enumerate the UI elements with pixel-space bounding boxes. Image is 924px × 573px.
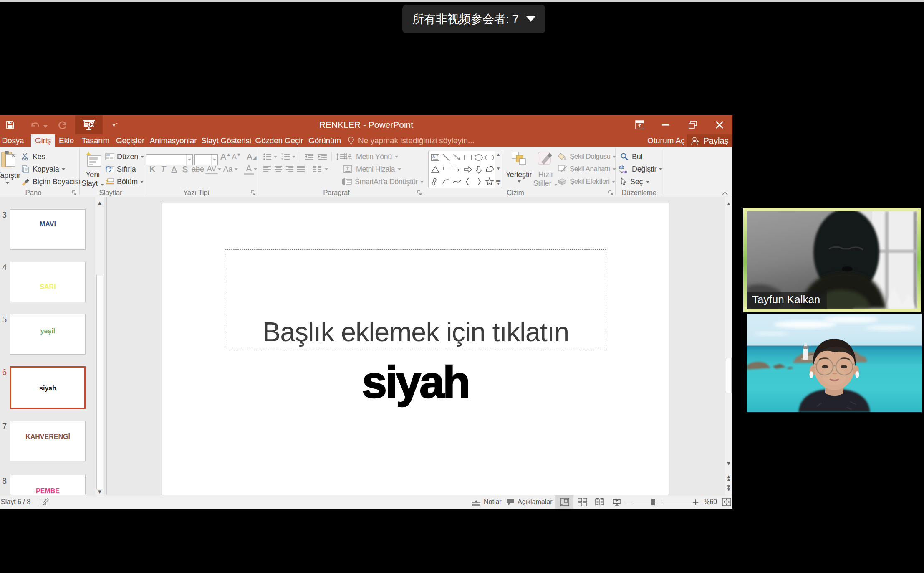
video-tile[interactable] <box>747 314 922 412</box>
shape-cloud-icon[interactable] <box>484 164 495 175</box>
shape-down-arrow-icon[interactable] <box>473 164 484 175</box>
clear-formatting-icon[interactable]: A◢ <box>247 152 256 162</box>
reset-button[interactable]: Sıfırla <box>105 164 136 175</box>
slide-thumbnail-8[interactable]: PEMBE <box>10 475 86 495</box>
shape-elbow-icon[interactable] <box>441 164 452 175</box>
tab-file[interactable]: Dosya <box>0 134 28 147</box>
shapes-more-icon[interactable]: ▬▼ <box>495 179 502 185</box>
tab-review[interactable]: Gözden Geçir <box>251 134 308 147</box>
tab-insert[interactable]: Ekle <box>55 134 78 147</box>
slide-thumbnail-7[interactable]: KAHVERENGİ <box>10 421 86 461</box>
restore-button[interactable] <box>680 115 706 134</box>
slide-thumbnail-3[interactable]: MAVİ <box>10 209 86 250</box>
slide-thumbnail-5[interactable]: yeşil <box>10 314 86 355</box>
change-case-button[interactable]: Aa <box>221 165 235 174</box>
scrollbar-thumb[interactable] <box>726 358 732 393</box>
columns-icon[interactable] <box>313 165 322 173</box>
char-spacing-button[interactable]: AV <box>205 165 218 174</box>
slide-canvas[interactable]: Başlık eklemek için tıklatın siyah <box>162 203 669 495</box>
tab-animations[interactable]: Animasyonlar <box>146 134 201 147</box>
shape-line-icon[interactable] <box>441 152 452 163</box>
qat-customize-caret[interactable]: ▼̄ <box>110 122 118 128</box>
minimize-button[interactable] <box>653 115 679 134</box>
video-tile-active-speaker[interactable]: Tayfun Kalkan <box>743 208 921 312</box>
copy-button[interactable]: Kopyala <box>21 164 65 175</box>
font-color-button[interactable]: A <box>244 164 254 175</box>
zoom-level[interactable]: %69 <box>704 495 717 509</box>
shapes-gallery-scrollbar[interactable]: ▲ ▼ ▬▼ <box>495 151 502 188</box>
select-button[interactable]: Seç <box>620 176 649 187</box>
layout-button[interactable]: Düzen <box>105 151 144 162</box>
scroll-up-icon[interactable]: ▲ <box>95 200 104 206</box>
slide-thumbnail-4[interactable]: SARI <box>10 262 86 302</box>
view-slideshow-button[interactable] <box>612 495 621 509</box>
undo-icon[interactable] <box>30 120 40 129</box>
view-normal-button[interactable] <box>555 495 573 509</box>
shapes-gallery[interactable]: A <box>428 151 502 188</box>
shape-right-arrow-icon[interactable] <box>462 164 473 175</box>
tab-transitions[interactable]: Geçişler <box>112 134 149 147</box>
sign-in-button[interactable]: Oturum Aç <box>647 134 685 147</box>
quick-styles-button[interactable]: Hızlı Stiller <box>533 150 558 188</box>
paste-button[interactable]: Yapıştır <box>0 150 19 188</box>
scrollbar-thumb[interactable] <box>96 275 103 489</box>
scroll-up-icon[interactable]: ▲ <box>725 200 732 207</box>
title-placeholder[interactable]: Başlık eklemek için tıklatın <box>225 249 606 350</box>
slide-word[interactable]: siyah <box>162 356 669 408</box>
slide-thumbnail-6-selected[interactable]: siyah <box>10 366 86 409</box>
previous-slide-button[interactable]: ▲▲ <box>725 475 732 481</box>
notes-toggle[interactable]: Notlar <box>472 495 502 509</box>
smartart-button[interactable]: SmartArt'a Dönüştür <box>341 176 424 187</box>
zoom-slider-thumb[interactable] <box>651 499 655 505</box>
tab-slideshow[interactable]: Slayt Gösterisi <box>197 134 255 147</box>
underline-button[interactable]: A <box>169 165 179 174</box>
shape-left-brace-icon[interactable] <box>462 176 473 188</box>
font-dialog-launcher[interactable] <box>250 190 256 195</box>
fit-to-window-button[interactable] <box>722 495 731 509</box>
undo-dropdown-caret[interactable] <box>43 125 48 128</box>
justify-icon[interactable] <box>297 165 305 173</box>
shapes-scroll-down-icon[interactable]: ▼ <box>495 166 502 171</box>
find-button[interactable]: Bul <box>620 151 642 162</box>
increase-font-icon[interactable]: A▲ <box>220 152 231 162</box>
shape-right-brace-icon[interactable] <box>473 176 484 188</box>
tab-home[interactable]: Giriş <box>31 134 55 147</box>
shape-effects-button[interactable]: Şekil Efektleri <box>557 176 615 187</box>
replace-button[interactable]: abac Değiştir <box>619 164 662 175</box>
comments-toggle[interactable]: Açıklamalar <box>506 495 553 509</box>
bold-button[interactable]: K <box>147 165 158 174</box>
strikethrough-button[interactable]: abe <box>190 165 205 174</box>
zoom-in-button[interactable]: + <box>692 495 699 509</box>
start-slideshow-button[interactable] <box>75 115 103 134</box>
shape-rounded-rectangle-icon[interactable] <box>484 152 495 163</box>
shape-triangle-icon[interactable] <box>430 164 441 175</box>
clipboard-dialog-launcher[interactable] <box>71 190 77 195</box>
shape-rectangle-icon[interactable] <box>462 152 473 163</box>
text-shadow-button[interactable]: S <box>179 165 190 174</box>
tab-design[interactable]: Tasarım <box>78 134 114 147</box>
scroll-down-icon[interactable]: ▼ <box>95 489 104 495</box>
scroll-down-icon[interactable]: ▼ <box>725 460 732 467</box>
shape-star-icon[interactable] <box>484 176 495 188</box>
align-center-icon[interactable] <box>274 165 283 173</box>
cut-button[interactable]: Kes <box>21 151 45 162</box>
save-icon[interactable] <box>6 121 14 129</box>
italic-button[interactable]: T <box>158 165 169 174</box>
section-button[interactable]: Bölüm <box>105 176 144 187</box>
share-button[interactable]: Paylaş <box>687 134 732 147</box>
new-slide-button[interactable]: Yeni Slayt <box>81 150 104 188</box>
close-button[interactable] <box>707 115 732 134</box>
zoom-slider-track[interactable] <box>634 502 691 502</box>
paragraph-dialog-launcher[interactable] <box>417 190 422 195</box>
shape-elbow-arrow-icon[interactable] <box>452 164 462 175</box>
notes-pen-icon[interactable] <box>40 495 50 509</box>
shapes-scroll-up-icon[interactable]: ▲ <box>495 152 502 157</box>
shape-arc-icon[interactable] <box>441 176 452 188</box>
slide-indicator[interactable]: Slayt 6 / 8 <box>1 495 30 509</box>
align-left-icon[interactable] <box>263 165 271 173</box>
increase-indent-icon[interactable] <box>318 153 327 160</box>
view-sorter-button[interactable] <box>578 495 588 509</box>
bullets-icon[interactable] <box>263 153 272 160</box>
thumbnails-scrollbar[interactable]: ▲ ▼ <box>95 197 104 495</box>
ribbon-display-options-button[interactable] <box>627 115 653 134</box>
